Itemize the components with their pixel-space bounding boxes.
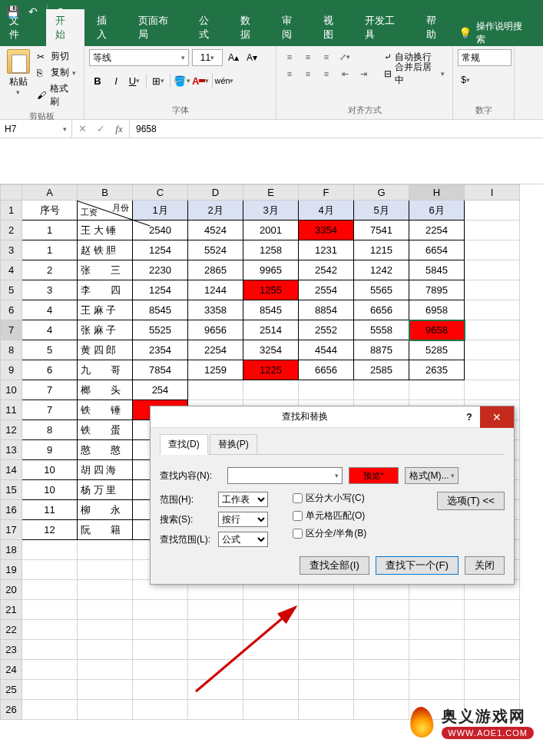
name-cell[interactable]: 柳 永 xyxy=(78,500,133,520)
italic-button[interactable]: I xyxy=(108,72,124,89)
data-cell[interactable]: 1259 xyxy=(188,360,243,380)
data-cell[interactable]: 1258 xyxy=(243,240,299,260)
fill-color-button[interactable]: 🪣▾ xyxy=(174,72,190,89)
phonetic-button[interactable]: wén▾ xyxy=(216,72,233,89)
empty-cell[interactable] xyxy=(354,600,409,620)
data-cell[interactable]: 8545 xyxy=(243,300,299,320)
data-cell[interactable]: 2554 xyxy=(299,280,354,300)
number-format-select[interactable]: 常规 xyxy=(458,49,512,66)
row-header-10[interactable]: 10 xyxy=(1,380,22,400)
empty-cell[interactable] xyxy=(188,620,243,640)
empty-cell[interactable] xyxy=(465,280,520,300)
name-cell[interactable]: 张 麻 子 xyxy=(78,320,133,340)
options-button[interactable]: 选项(T) << xyxy=(437,492,505,510)
empty-cell[interactable] xyxy=(354,700,409,720)
empty-cell[interactable] xyxy=(409,660,465,680)
empty-cell[interactable] xyxy=(188,700,243,720)
empty-cell[interactable] xyxy=(133,640,188,660)
align-middle-icon[interactable]: ≡ xyxy=(300,49,316,65)
row-header-20[interactable]: 20 xyxy=(1,580,22,600)
empty-cell[interactable] xyxy=(78,700,133,720)
align-center-icon[interactable]: ≡ xyxy=(300,66,316,81)
empty-cell[interactable] xyxy=(465,220,520,240)
data-cell[interactable]: 1225 xyxy=(243,360,299,380)
name-cell[interactable]: 憨 憨 xyxy=(78,440,133,460)
empty-cell[interactable] xyxy=(78,660,133,680)
empty-cell[interactable] xyxy=(78,620,133,640)
indent-decrease-icon[interactable]: ⇤ xyxy=(336,66,353,81)
data-cell[interactable]: 2865 xyxy=(188,260,243,280)
data-cell[interactable]: 5565 xyxy=(354,280,409,300)
empty-cell[interactable] xyxy=(22,620,78,640)
row-header-6[interactable]: 6 xyxy=(1,300,22,320)
cut-button[interactable]: ✂剪切 xyxy=(35,49,79,64)
seq-cell[interactable]: 10 xyxy=(22,460,78,480)
data-cell[interactable] xyxy=(409,380,465,400)
lookin-select[interactable]: 公式 xyxy=(218,532,268,547)
empty-cell[interactable] xyxy=(78,560,133,580)
data-cell[interactable]: 2354 xyxy=(133,340,188,360)
data-cell[interactable]: 2001 xyxy=(243,220,299,240)
row-header-25[interactable]: 25 xyxy=(1,680,22,700)
data-cell[interactable]: 1254 xyxy=(133,240,188,260)
tab-help[interactable]: 帮助 xyxy=(417,9,455,46)
empty-cell[interactable] xyxy=(465,680,520,700)
seq-cell[interactable]: 9 xyxy=(22,440,78,460)
tab-home[interactable]: 开始 xyxy=(46,9,84,46)
name-cell[interactable]: 九 哥 xyxy=(78,360,133,380)
empty-cell[interactable] xyxy=(22,580,78,600)
empty-cell[interactable] xyxy=(465,340,520,360)
find-next-button[interactable]: 查找下一个(F) xyxy=(376,556,459,575)
tab-file[interactable]: 文件 xyxy=(5,9,43,46)
col-header-A[interactable]: A xyxy=(22,185,78,201)
select-all-corner[interactable] xyxy=(1,185,22,201)
empty-cell[interactable] xyxy=(22,640,78,660)
empty-cell[interactable] xyxy=(299,640,354,660)
data-cell[interactable]: 1254 xyxy=(133,280,188,300)
empty-cell[interactable] xyxy=(409,680,465,700)
data-cell[interactable]: 1242 xyxy=(354,260,409,280)
name-cell[interactable]: 杨 万 里 xyxy=(78,480,133,500)
name-cell[interactable]: 榔 头 xyxy=(78,380,133,400)
empty-cell[interactable] xyxy=(299,620,354,640)
data-cell[interactable]: 2230 xyxy=(133,260,188,280)
empty-cell[interactable] xyxy=(133,680,188,700)
data-cell[interactable]: 9658 xyxy=(409,320,465,340)
data-cell[interactable]: 9656 xyxy=(188,320,243,340)
tab-replace[interactable]: 替换(P) xyxy=(210,434,257,455)
paste-button[interactable]: 粘贴 ▾ xyxy=(5,49,32,96)
data-cell[interactable]: 8545 xyxy=(133,300,188,320)
empty-cell[interactable] xyxy=(22,600,78,620)
tell-me-search[interactable]: 💡 操作说明搜索 xyxy=(459,20,539,46)
row-header-1[interactable]: 1 xyxy=(1,201,22,220)
tab-view[interactable]: 视图 xyxy=(314,9,353,46)
empty-cell[interactable] xyxy=(465,201,520,220)
empty-cell[interactable] xyxy=(299,600,354,620)
data-cell[interactable]: 7854 xyxy=(133,360,188,380)
indent-increase-icon[interactable]: ⇥ xyxy=(355,66,372,81)
tab-find[interactable]: 查找(D) xyxy=(160,434,208,455)
copy-button[interactable]: ⎘复制▾ xyxy=(35,65,79,80)
font-size-select[interactable]: 11▾ xyxy=(192,49,223,66)
seq-cell[interactable]: 7 xyxy=(22,400,78,420)
row-header-16[interactable]: 16 xyxy=(1,500,22,520)
fx-icon[interactable]: fx xyxy=(112,123,126,135)
seq-cell[interactable]: 11 xyxy=(22,500,78,520)
data-cell[interactable]: 2514 xyxy=(243,320,299,340)
data-cell[interactable]: 2254 xyxy=(188,340,243,360)
col-header-G[interactable]: G xyxy=(354,185,409,201)
row-header-11[interactable]: 11 xyxy=(1,400,22,420)
row-header-2[interactable]: 2 xyxy=(1,220,22,240)
empty-cell[interactable] xyxy=(465,380,520,400)
empty-cell[interactable] xyxy=(188,640,243,660)
row-header-13[interactable]: 13 xyxy=(1,440,22,460)
col-header-E[interactable]: E xyxy=(243,185,299,201)
empty-cell[interactable] xyxy=(465,260,520,280)
tab-review[interactable]: 审阅 xyxy=(273,9,311,46)
row-header-26[interactable]: 26 xyxy=(1,700,22,720)
data-cell[interactable]: 2585 xyxy=(354,360,409,380)
name-cell[interactable]: 王 大 锤 xyxy=(78,220,133,240)
empty-cell[interactable] xyxy=(22,540,78,560)
empty-cell[interactable] xyxy=(22,660,78,680)
col-header-D[interactable]: D xyxy=(188,185,243,201)
